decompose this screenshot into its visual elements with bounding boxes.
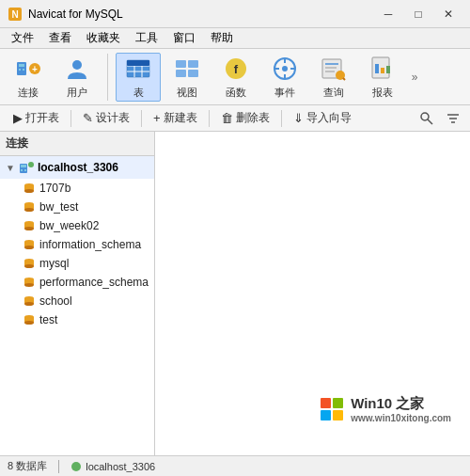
maximize-button[interactable]: □ (404, 5, 432, 24)
menu-help[interactable]: 帮助 (203, 28, 241, 48)
table-label: 表 (133, 86, 144, 100)
toolbar-expand-button[interactable]: » (409, 53, 420, 102)
toolbar-report-button[interactable]: 报表 (360, 53, 405, 102)
db-name-information_schema: information_schema (39, 238, 141, 251)
db-name-mysql: mysql (39, 257, 69, 270)
svg-rect-4 (19, 69, 21, 71)
database-icon-8 (23, 313, 36, 326)
toolbar-query-button[interactable]: 查询 (311, 53, 356, 102)
svg-point-71 (71, 462, 81, 471)
app-icon: N (8, 7, 23, 22)
database-icon-3 (23, 219, 36, 232)
svg-rect-44 (21, 169, 23, 171)
menu-file[interactable]: 文件 (4, 28, 41, 48)
toolbar-view-button[interactable]: 视图 (164, 53, 210, 102)
svg-point-52 (24, 208, 34, 212)
db-item-bw_week02[interactable]: bw_week02 (0, 216, 154, 235)
svg-rect-16 (176, 70, 186, 77)
db-name-bw_week02: bw_week02 (39, 219, 99, 232)
design-table-icon: ✎ (83, 111, 93, 125)
db-item-information_schema[interactable]: information_schema (0, 235, 154, 254)
function-icon: f (221, 54, 251, 84)
function-label: 函数 (226, 86, 246, 100)
toolbar-user-button[interactable]: 用户 (55, 53, 100, 102)
new-table-button[interactable]: + 新建表 (146, 107, 205, 129)
status-connection: localhost_3306 (70, 461, 155, 472)
menu-favorites[interactable]: 收藏夹 (79, 28, 128, 48)
toolbar-function-button[interactable]: f 函数 (213, 53, 258, 102)
open-table-button[interactable]: ▶ 打开表 (6, 107, 67, 129)
db-item-mysql[interactable]: mysql (0, 254, 154, 273)
report-icon (368, 54, 398, 84)
sec-right (415, 109, 464, 128)
connect-label: 连接 (18, 86, 39, 100)
db-name-performance_schema: performance_schema (39, 276, 149, 289)
search-icon (419, 111, 434, 126)
sec-divider-3 (209, 110, 210, 127)
svg-rect-14 (127, 60, 149, 66)
query-icon (319, 54, 349, 84)
minimize-button[interactable]: ─ (374, 5, 402, 24)
title-bar: N Navicat for MySQL ─ □ ✕ (0, 0, 470, 28)
query-label: 查询 (323, 86, 344, 100)
delete-table-button[interactable]: 🗑 删除表 (213, 107, 277, 129)
svg-point-55 (24, 227, 34, 230)
menu-window[interactable]: 窗口 (165, 28, 203, 48)
delete-table-icon: 🗑 (221, 111, 233, 125)
sidebar-tree: 连接 ▼ localhost_3306 1707b (0, 132, 155, 455)
sec-divider-4 (281, 110, 282, 127)
connection-icon (19, 160, 34, 175)
svg-point-64 (24, 283, 34, 287)
connection-name: localhost_3306 (38, 161, 118, 174)
secondary-toolbar: ▶ 打开表 ✎ 设计表 + 新建表 🗑 删除表 ⇓ 导入向导 (0, 105, 470, 132)
database-icon (23, 182, 36, 195)
open-table-icon: ▶ (13, 111, 23, 125)
db-item-1707b[interactable]: 1707b (0, 179, 154, 198)
db-item-bw_test[interactable]: bw_test (0, 198, 154, 216)
svg-rect-43 (21, 165, 26, 167)
svg-point-67 (24, 302, 34, 306)
database-icon-6 (23, 276, 36, 289)
close-button[interactable]: ✕ (434, 5, 462, 24)
database-icon-7 (23, 294, 36, 308)
main-content: 连接 ▼ localhost_3306 1707b (0, 132, 470, 455)
svg-text:N: N (11, 9, 18, 20)
db-name-bw_test: bw_test (39, 200, 78, 214)
connection-panel-header: 连接 (0, 132, 154, 156)
db-item-performance_schema[interactable]: performance_schema (0, 273, 154, 292)
content-area (155, 132, 470, 455)
toolbar-event-button[interactable]: 事件 (262, 53, 307, 102)
toolbar-section-main: + 连接 用户 (6, 53, 100, 102)
title-bar-left: N Navicat for MySQL (8, 7, 123, 22)
connection-chevron-icon: ▼ (6, 163, 15, 173)
svg-rect-45 (24, 169, 26, 171)
connection-row[interactable]: ▼ localhost_3306 (0, 156, 154, 179)
db-item-test[interactable]: test (0, 310, 154, 329)
new-table-label: 新建表 (164, 110, 197, 126)
user-label: 用户 (67, 86, 87, 100)
toolbar-table-button[interactable]: 表 (116, 53, 161, 102)
svg-rect-18 (188, 70, 198, 77)
menu-view[interactable]: 查看 (41, 28, 79, 48)
search-button[interactable] (415, 109, 438, 128)
svg-rect-3 (19, 64, 24, 67)
database-icon-2 (23, 200, 36, 214)
import-wizard-label: 导入向导 (306, 110, 352, 126)
db-item-school[interactable]: school (0, 292, 154, 310)
user-icon (62, 54, 92, 84)
svg-point-22 (282, 66, 288, 71)
svg-rect-36 (386, 66, 390, 73)
svg-line-38 (428, 119, 432, 124)
menu-tools[interactable]: 工具 (128, 28, 165, 48)
design-table-label: 设计表 (96, 110, 130, 126)
design-table-button[interactable]: ✎ 设计表 (75, 107, 137, 129)
table-icon (123, 54, 153, 84)
open-table-label: 打开表 (25, 110, 59, 126)
import-wizard-button[interactable]: ⇓ 导入向导 (286, 107, 359, 129)
svg-rect-15 (176, 60, 186, 68)
svg-point-70 (24, 321, 34, 325)
database-icon-5 (23, 257, 36, 270)
svg-point-46 (28, 162, 34, 167)
filter-button[interactable] (442, 109, 464, 128)
toolbar-connect-button[interactable]: + 连接 (6, 53, 51, 102)
